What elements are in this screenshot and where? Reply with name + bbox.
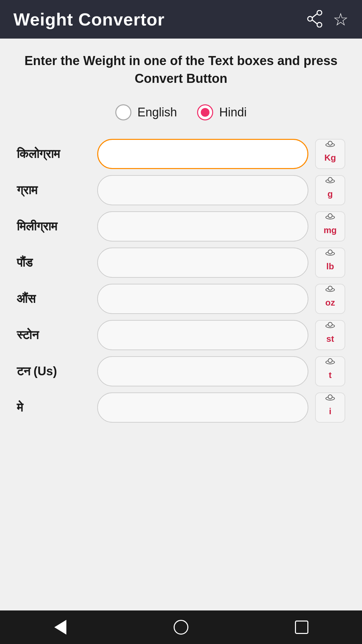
unit-input-g[interactable] <box>97 175 308 205</box>
unit-input-t[interactable] <box>97 356 308 386</box>
unit-label-t: टन (Us) <box>17 364 90 378</box>
app-header: Weight Convertor ☆ <box>0 0 362 39</box>
converter-row-lb: पौंड lb <box>17 248 345 278</box>
hindi-radio-label: Hindi <box>219 105 247 119</box>
converter-row-mg: मिलीग्राम mg <box>17 211 345 241</box>
unit-input-kg[interactable] <box>97 139 308 169</box>
unit-icon-text-mg: mg <box>324 225 337 235</box>
home-icon <box>174 620 188 635</box>
unit-input-mg[interactable] <box>97 211 308 241</box>
svg-point-1 <box>317 22 322 27</box>
unit-input-lb[interactable] <box>97 248 308 278</box>
svg-point-0 <box>317 10 322 15</box>
favorite-icon[interactable]: ☆ <box>333 9 349 30</box>
unit-icon-t: t <box>315 356 345 386</box>
hindi-radio-option[interactable]: Hindi <box>197 104 247 120</box>
unit-icon-top-g <box>325 179 335 183</box>
svg-line-3 <box>312 14 317 18</box>
unit-input-extra[interactable] <box>97 392 308 423</box>
unit-icon-text-oz: oz <box>325 298 335 308</box>
unit-icon-st: st <box>315 320 345 350</box>
unit-icon-top-st <box>325 324 335 328</box>
unit-icon-text-st: st <box>326 334 334 344</box>
unit-icon-oz: oz <box>315 284 345 314</box>
converter-row-kg: किलोग्राम Kg <box>17 139 345 169</box>
english-radio-circle[interactable] <box>115 104 131 120</box>
recent-button[interactable] <box>292 617 312 637</box>
unit-label-mg: मिलीग्राम <box>17 219 90 233</box>
bottom-navigation <box>0 610 362 644</box>
hindi-radio-circle[interactable] <box>197 104 213 120</box>
svg-line-4 <box>312 20 317 24</box>
home-button[interactable] <box>171 617 191 637</box>
unit-icon-top-t <box>325 360 335 364</box>
unit-icon-top-lb <box>325 252 335 256</box>
converter-row-t: टन (Us) t <box>17 356 345 386</box>
converter-row-st: स्टोन st <box>17 320 345 350</box>
unit-icon-text-lb: lb <box>326 261 334 272</box>
unit-icon-g: g <box>315 175 345 205</box>
app-title: Weight Convertor <box>13 9 165 30</box>
english-radio-option[interactable]: English <box>115 104 177 120</box>
unit-label-g: ग्राम <box>17 183 90 197</box>
header-actions: ☆ <box>306 9 349 30</box>
unit-icon-top-oz <box>325 288 335 292</box>
main-content: Enter the Weight in one of the Text boxe… <box>0 39 362 610</box>
svg-point-2 <box>308 16 312 21</box>
unit-icon-text-t: t <box>329 370 332 380</box>
instruction-text: Enter the Weight in one of the Text boxe… <box>17 52 345 88</box>
converter-rows: किलोग्राम Kg ग्राम g मिलीग्राम mg <box>17 139 345 429</box>
unit-icon-top-extra <box>325 396 335 400</box>
unit-icon-lb: lb <box>315 248 345 278</box>
back-button[interactable] <box>50 617 70 637</box>
unit-label-extra: मे <box>17 400 90 415</box>
converter-row-g: ग्राम g <box>17 175 345 205</box>
back-icon <box>54 620 66 635</box>
unit-icon-text-kg: Kg <box>324 153 336 163</box>
unit-icon-kg: Kg <box>315 139 345 169</box>
converter-row-oz: औंस oz <box>17 284 345 314</box>
unit-icon-mg: mg <box>315 211 345 241</box>
share-icon[interactable] <box>306 10 323 29</box>
unit-icon-top-mg <box>325 215 335 219</box>
english-radio-label: English <box>137 105 177 119</box>
unit-icon-text-extra: i <box>329 406 331 417</box>
recent-icon <box>295 621 308 634</box>
unit-label-oz: औंस <box>17 292 90 306</box>
unit-icon-extra: i <box>315 392 345 423</box>
unit-label-st: स्टोन <box>17 328 90 342</box>
unit-icon-top-kg <box>325 143 335 147</box>
language-selector: English Hindi <box>17 104 345 120</box>
converter-row-extra: मे i <box>17 392 345 423</box>
unit-input-st[interactable] <box>97 320 308 350</box>
unit-icon-text-g: g <box>327 189 333 199</box>
hindi-radio-inner <box>201 108 209 117</box>
unit-label-kg: किलोग्राम <box>17 147 90 161</box>
unit-input-oz[interactable] <box>97 284 308 314</box>
unit-label-lb: पौंड <box>17 256 90 270</box>
